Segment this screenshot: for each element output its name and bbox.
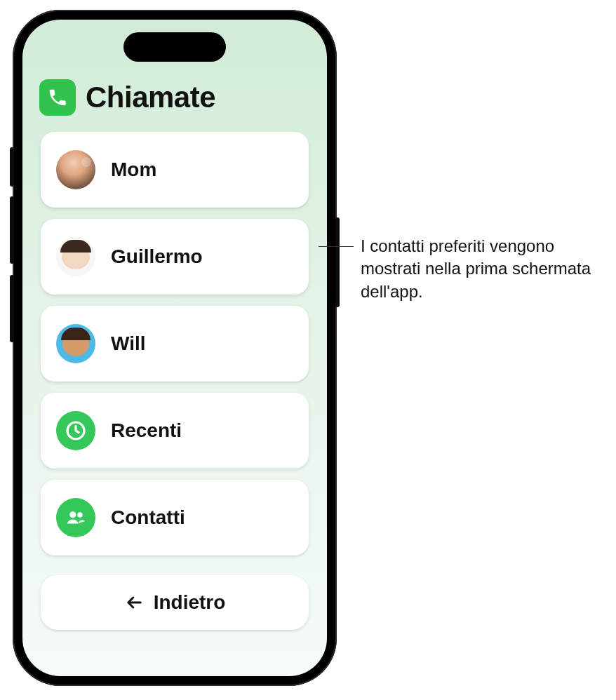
arrow-left-icon — [124, 593, 144, 612]
back-label: Indietro — [154, 591, 226, 614]
contact-mom[interactable]: Mom — [41, 132, 309, 208]
callout-leader-line — [319, 246, 354, 247]
power-button[interactable] — [335, 217, 340, 307]
app-header: Chiamate — [39, 79, 310, 116]
svg-point-1 — [69, 511, 76, 518]
avatar — [56, 324, 95, 363]
phone-frame: Chiamate Mom Guillermo Will — [13, 10, 337, 686]
recents-button[interactable]: Recenti — [41, 393, 309, 469]
phone-screen: Chiamate Mom Guillermo Will — [22, 20, 327, 676]
contact-will[interactable]: Will — [41, 306, 309, 382]
svg-point-2 — [77, 512, 82, 517]
page-title: Chiamate — [86, 81, 215, 114]
clock-icon — [56, 411, 95, 450]
contact-name-label: Guillermo — [111, 245, 203, 268]
contact-name-label: Mom — [111, 159, 156, 181]
contact-guillermo[interactable]: Guillermo — [41, 219, 309, 295]
people-icon — [56, 498, 95, 537]
phone-icon — [47, 87, 68, 108]
recents-label: Recenti — [111, 419, 182, 442]
contact-name-label: Will — [111, 332, 146, 355]
contacts-label: Contatti — [111, 506, 185, 529]
contacts-button[interactable]: Contatti — [41, 480, 309, 556]
avatar — [56, 237, 95, 276]
back-button[interactable]: Indietro — [41, 575, 309, 630]
calls-list: Mom Guillermo Will Recenti — [41, 132, 309, 630]
avatar — [56, 150, 95, 189]
volume-down-button[interactable] — [10, 275, 14, 342]
callout-text: I contatti preferiti vengono mostrati ne… — [361, 235, 608, 303]
volume-up-button[interactable] — [10, 196, 14, 264]
phone-app-icon — [39, 79, 76, 116]
mute-switch[interactable] — [10, 147, 14, 187]
dynamic-island — [123, 32, 226, 62]
